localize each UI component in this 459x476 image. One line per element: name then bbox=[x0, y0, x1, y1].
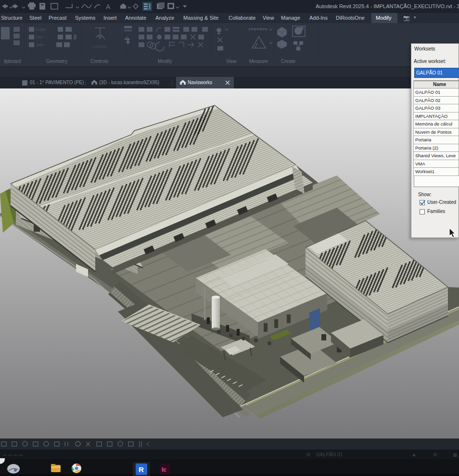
svg-text:lipboard: lipboard bbox=[4, 59, 21, 64]
svg-text:View: View bbox=[226, 59, 237, 64]
svg-text:R: R bbox=[139, 465, 144, 474]
svg-text:Measure: Measure bbox=[249, 59, 268, 64]
svg-text:Create: Create bbox=[281, 59, 295, 64]
svg-text:Modify: Modify bbox=[158, 59, 172, 64]
svg-text:Controls: Controls bbox=[90, 59, 108, 64]
svg-text:Cope ·: Cope · bbox=[36, 27, 49, 32]
svg-text:A: A bbox=[106, 3, 111, 11]
svg-text:Geometry: Geometry bbox=[46, 59, 67, 64]
svg-text:Ic: Ic bbox=[162, 466, 166, 473]
svg-text:Activate: Activate bbox=[91, 44, 107, 49]
svg-text:Join ·: Join · bbox=[36, 42, 46, 47]
svg-text:Cut ·: Cut · bbox=[36, 35, 45, 39]
